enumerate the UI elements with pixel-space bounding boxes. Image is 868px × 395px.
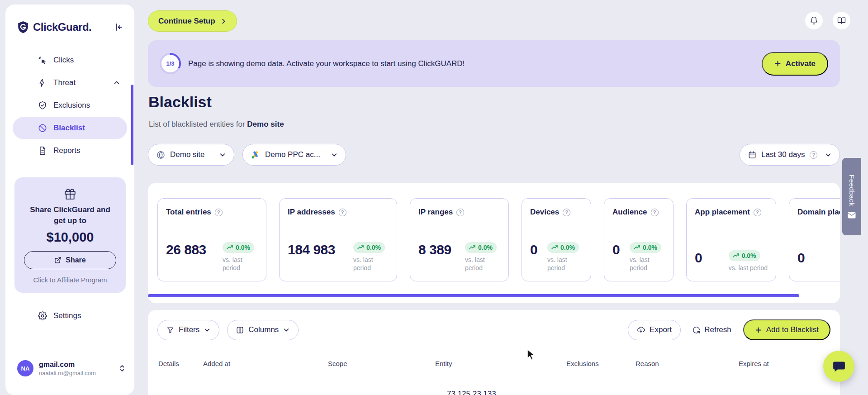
column-header-reason: Reason (636, 360, 659, 367)
export-button[interactable]: Export (628, 320, 681, 340)
table-header-row: Details Added at Scope Entity Exclusions… (157, 360, 830, 369)
trend-up-icon (227, 245, 233, 250)
plus-icon (774, 60, 781, 67)
sidebar-item-reports[interactable]: Reports (13, 139, 127, 162)
sidebar-item-blacklist[interactable]: Blacklist (13, 117, 127, 139)
columns-button[interactable]: Columns (227, 320, 299, 340)
sidebar-item-exclusions[interactable]: Exclusions (13, 94, 127, 117)
chat-widget-button[interactable] (823, 351, 854, 382)
date-range-value: Last 30 days (761, 150, 805, 159)
columns-label: Columns (248, 325, 279, 334)
funnel-icon (166, 326, 174, 334)
stat-value: 0 (530, 242, 537, 257)
notifications-button[interactable] (805, 11, 823, 30)
external-link-icon (54, 257, 62, 264)
stat-value: 8 389 (418, 242, 451, 257)
stat-label: Audience (612, 208, 647, 217)
sidebar-scrollbar[interactable] (131, 85, 133, 165)
info-icon[interactable]: ? (754, 209, 761, 216)
table-toolbar: Filters Columns Export (157, 319, 830, 340)
entity-cell: 73.125.23.133 (447, 390, 496, 395)
filters-button[interactable]: Filters (157, 320, 219, 340)
info-icon[interactable]: ? (339, 209, 346, 216)
affiliate-link[interactable]: Click to Affiliate Program (23, 276, 118, 284)
date-range-selector[interactable]: Last 30 days ? (740, 144, 840, 166)
document-icon (38, 146, 47, 155)
column-header-added-at: Added at (203, 360, 230, 367)
stat-card-ip-ranges: IP ranges ? 8 389 0.0% vs. last period (410, 198, 509, 281)
activate-button[interactable]: Activate (762, 52, 828, 76)
stat-note: vs. last period (465, 256, 500, 272)
click-cursor-icon (38, 56, 47, 65)
site-selector[interactable]: Demo site (148, 144, 234, 166)
chevron-down-icon (204, 327, 210, 333)
sidebar-item-threat[interactable]: Threat (13, 71, 127, 94)
chevron-down-icon (331, 152, 337, 158)
info-icon[interactable]: ? (215, 209, 223, 216)
stats-panel: Total entries ? 26 883 0.0% vs. last per… (148, 183, 840, 303)
feedback-label: Feedback (848, 175, 856, 206)
main-content: Continue Setup 1/3 Page is showing demo … (148, 0, 840, 395)
chevron-up-down-icon[interactable] (119, 364, 125, 372)
stat-value: 26 883 (166, 242, 206, 257)
info-icon[interactable]: ? (563, 209, 570, 216)
user-menu[interactable]: NA gmail.com naatali.ro@gmail.com (17, 360, 125, 376)
collapse-sidebar-icon[interactable] (114, 23, 123, 32)
cloud-download-icon (637, 326, 645, 334)
ppc-account-selector[interactable]: Demo PPC ac... (242, 144, 346, 166)
sidebar-item-clicks[interactable]: Clicks (13, 49, 127, 71)
user-email: naatali.ro@gmail.com (39, 370, 96, 376)
column-header-entity: Entity (435, 360, 452, 367)
continue-setup-button[interactable]: Continue Setup (148, 10, 237, 32)
stat-card-devices: Devices ? 0 0.0% vs. last period (522, 198, 591, 281)
trend-badge: 0.0% (465, 242, 497, 253)
trend-up-icon (634, 245, 640, 250)
stat-card-app-placement: App placement ? 0 0.0% vs. last period (686, 198, 776, 281)
lightning-icon (38, 78, 47, 87)
refresh-icon (693, 326, 700, 334)
affiliate-promo-card: Share ClickGuard and get up to $10,000 S… (14, 177, 126, 293)
share-button[interactable]: Share (24, 251, 116, 269)
share-label: Share (66, 256, 85, 264)
info-icon[interactable]: ? (456, 209, 464, 216)
stat-note: vs. last period (729, 264, 768, 272)
horizontal-scrollbar[interactable] (148, 294, 799, 297)
stat-card-total-entries: Total entries ? 26 883 0.0% vs. last per… (157, 198, 266, 281)
brand-name: ClickGuard. (33, 21, 91, 33)
feedback-tab[interactable]: Feedback (842, 158, 861, 235)
sidebar: ClickGuard. Clicks Threat Exclusions (5, 5, 134, 395)
trend-badge: 0.0% (353, 242, 385, 253)
chat-bubble-icon (832, 360, 846, 373)
bell-icon (810, 16, 818, 25)
stat-label: IP ranges (418, 208, 453, 217)
column-header-details: Details (158, 360, 179, 367)
trend-up-icon (733, 253, 740, 258)
trend-up-icon (469, 245, 476, 250)
user-name: gmail.com (39, 361, 96, 369)
stat-label: IP addresses (288, 208, 335, 217)
export-label: Export (650, 325, 672, 334)
nav-label: Settings (53, 311, 81, 320)
info-icon[interactable]: ? (651, 209, 659, 216)
sidebar-nav: Clicks Threat Exclusions Blacklist (5, 49, 134, 162)
help-icon[interactable]: ? (810, 151, 817, 159)
chevron-down-icon (219, 152, 226, 158)
stat-label: Total entries (166, 208, 211, 217)
column-header-expires-at: Expires at (739, 360, 769, 367)
refresh-button[interactable]: Refresh (693, 325, 731, 334)
calendar-icon (748, 151, 756, 159)
nav-label: Threat (53, 78, 76, 87)
gift-icon (23, 188, 118, 200)
clickguard-logo: ClickGuard. (17, 21, 91, 33)
docs-button[interactable] (832, 11, 851, 30)
promo-text: Share ClickGuard and get up to (27, 205, 113, 226)
setup-progress-ring: 1/3 (160, 53, 181, 74)
sidebar-item-settings[interactable]: Settings (13, 305, 127, 327)
stat-label: Domain placement (797, 208, 840, 217)
shield-check-icon (38, 101, 47, 110)
chevron-up-icon[interactable] (114, 80, 120, 86)
continue-setup-label: Continue Setup (158, 17, 215, 26)
table-row[interactable]: 73.125.23.133 (157, 383, 830, 395)
add-to-blacklist-button[interactable]: Add to Blacklist (743, 319, 830, 340)
stat-note: vs. last period (630, 256, 665, 272)
